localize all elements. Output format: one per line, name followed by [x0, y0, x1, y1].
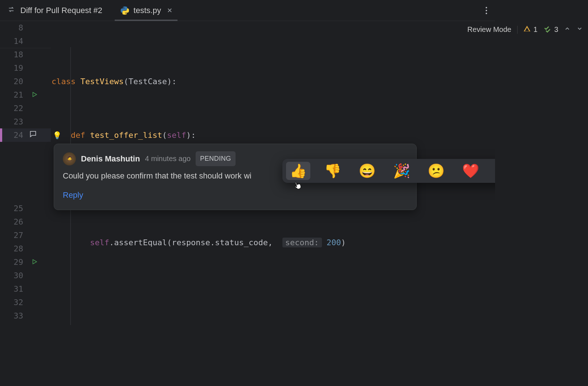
gutter-line[interactable]: 33: [0, 309, 51, 323]
gutter-line-commented[interactable]: 24 💡: [0, 128, 51, 142]
gutter-line[interactable]: 27: [0, 229, 51, 242]
gutter-line[interactable]: 31: [0, 282, 51, 296]
review-mode-label[interactable]: Review Mode: [467, 25, 495, 34]
gutter-line[interactable]: 28: [0, 242, 51, 255]
avatar[interactable]: 🧔: [63, 152, 76, 165]
python-icon: [120, 5, 130, 16]
comment-author: Denis Mashutin: [81, 152, 140, 165]
code-line[interactable]: class TestViews(TestCase):: [51, 75, 495, 88]
gutter-line[interactable]: 23: [0, 115, 51, 128]
status-badge: PENDING: [196, 151, 236, 166]
gutter-line[interactable]: 30: [0, 269, 51, 282]
emoji-picker: 👍 👎 😄 🎉 😕 ❤️ 🚀 👀: [282, 159, 495, 183]
close-icon[interactable]: ✕: [167, 7, 172, 15]
run-icon[interactable]: [31, 255, 38, 269]
gutter-line[interactable]: 18: [0, 48, 51, 61]
tab-tests-py[interactable]: tests.py ✕: [115, 0, 177, 21]
gutter-line[interactable]: 26: [0, 215, 51, 229]
gutter-line[interactable]: 25: [0, 202, 51, 215]
review-bar: Review Mode 1 3: [467, 25, 495, 34]
diff-arrow-icon: [7, 5, 15, 15]
code-line[interactable]: [51, 290, 495, 303]
gutter-line[interactable]: 20: [0, 75, 51, 88]
reply-link[interactable]: Reply: [63, 188, 408, 202]
emoji-rocket[interactable]: 🚀: [493, 162, 495, 180]
emoji-thumbs-down[interactable]: 👎: [320, 162, 345, 180]
emoji-thumbs-up[interactable]: 👍: [286, 162, 310, 180]
comment-thread-icon[interactable]: [29, 128, 37, 142]
tab-diff-label: Diff for Pull Request #2: [20, 6, 102, 15]
emoji-heart[interactable]: ❤️: [458, 162, 483, 180]
emoji-confused[interactable]: 😕: [424, 162, 448, 180]
code-line[interactable]: self.assertEqual(response.status_code, s…: [51, 236, 495, 249]
tab-tests-label: tests.py: [134, 6, 161, 15]
code-line[interactable]: def test_offer_list(self):: [51, 128, 495, 142]
gutter-line[interactable]: 21: [0, 88, 51, 102]
gutter-line[interactable]: 22: [0, 102, 51, 115]
gutter-line[interactable]: 29: [0, 255, 51, 269]
emoji-laugh[interactable]: 😄: [355, 162, 379, 180]
comment-timestamp: 4 minutes ago: [145, 152, 191, 165]
tab-bar: Diff for Pull Request #2 tests.py ✕: [0, 0, 495, 21]
editor[interactable]: 8 14 18 19 20 21 22 23 24 💡 25 26 27 28 …: [0, 21, 495, 325]
gutter-line[interactable]: 19: [0, 61, 51, 75]
tab-diff-pr[interactable]: Diff for Pull Request #2: [19, 0, 107, 21]
gutter: 8 14 18 19 20 21 22 23 24 💡 25 26 27 28 …: [0, 21, 51, 325]
run-icon[interactable]: [31, 88, 38, 102]
gutter-spacer: [0, 142, 51, 202]
gutter-line[interactable]: 14: [0, 34, 51, 48]
more-menu-icon[interactable]: [486, 7, 487, 14]
gutter-line[interactable]: 32: [0, 296, 51, 309]
gutter-line[interactable]: 8: [0, 21, 51, 34]
emoji-party[interactable]: 🎉: [389, 162, 414, 180]
